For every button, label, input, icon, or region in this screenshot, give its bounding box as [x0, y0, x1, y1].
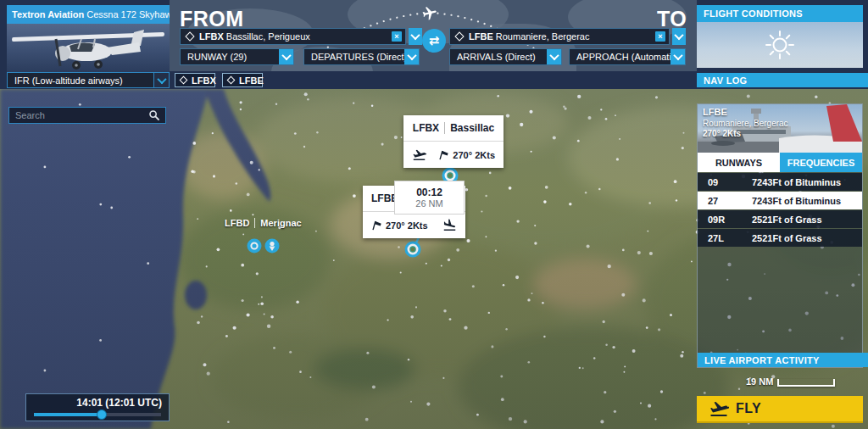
map-lagoon [185, 281, 207, 309]
chevron-down-icon [410, 31, 420, 40]
sun-icon [763, 28, 797, 62]
eta-distance: 26 NM [415, 198, 442, 209]
from-airport-input[interactable]: LFBX Bassillac, Perigueux × [180, 28, 406, 45]
from-airport-name: Bassillac, Perigueux [226, 31, 310, 42]
tab-runways[interactable]: RUNWAYS [698, 153, 780, 172]
aircraft-image [7, 24, 170, 72]
airport-marker-lfbd[interactable] [248, 239, 262, 254]
runway-row-09[interactable]: 09 7243Ft of Bituminus [698, 173, 862, 191]
aircraft-brand: Textron Aviation [12, 9, 84, 20]
runway-id: 27L [698, 233, 752, 243]
chevron-down-icon [279, 49, 293, 64]
landing-plane-icon [442, 218, 457, 232]
top-bar: Textron Aviation Cessna 172 Skyhawk (… F… [0, 0, 868, 89]
departure-plane-icon [412, 148, 426, 162]
to-airport-code: LFBE [469, 31, 493, 42]
airport-photo: LFBE Roumaniere, Bergerac 270° 2Kts [698, 104, 862, 153]
time-slider-handle[interactable] [97, 410, 107, 420]
scale-bracket [777, 379, 835, 387]
to-airport-name: Roumaniere, Bergerac [496, 31, 590, 42]
lfbd-code: LFBD [225, 218, 249, 228]
divider [254, 218, 255, 228]
runway-surface: 7243Ft of Bituminus [752, 177, 841, 187]
time-label: 14:01 (12:01 UTC) [26, 394, 169, 409]
to-airport-dropdown-button[interactable] [672, 28, 686, 45]
panel-airport-name: Roumaniere, Bergerac [703, 119, 788, 130]
runway-id: 27 [698, 196, 752, 206]
to-airport-input[interactable]: LFBE Roumaniere, Bergerac × [449, 28, 670, 45]
approach-dropdown[interactable]: APPROACH (Automatic) [569, 48, 686, 65]
tab-frequencies[interactable]: FREQUENCIES [780, 153, 862, 172]
goto-lfbe-button[interactable]: LFBE [222, 73, 263, 87]
runway-list: 09 7243Ft of Bituminus 27 7243Ft of Bitu… [698, 173, 862, 247]
to-clear-button[interactable]: × [655, 31, 665, 42]
divider [444, 122, 445, 134]
from-airport-card: LFBX Bassillac 270° 2Kts [403, 115, 504, 168]
airport-diamond-icon [227, 76, 236, 85]
goto-lfbx-button[interactable]: LFBX [175, 73, 215, 87]
airport-diamond-icon [454, 31, 464, 41]
card-wind-value: 270° 2Kts [453, 150, 495, 160]
airport-diamond-icon [180, 76, 188, 85]
fly-plane-icon [709, 398, 729, 419]
fly-label: FLY [736, 401, 761, 416]
to-airport-value: LFBE Roumaniere, Bergerac [469, 31, 655, 42]
runway-row-27l[interactable]: 27L 2521Ft of Grass [698, 229, 862, 247]
route-type-value: IFR (Low-altitude airways) [8, 75, 153, 86]
flight-conditions-title: FLIGHT CONDITIONS [697, 5, 863, 22]
poi-pin-marker[interactable] [265, 239, 280, 254]
airport-marker-lfbe[interactable] [406, 242, 420, 256]
eta-time: 00:12 [416, 187, 442, 198]
aircraft-title: Textron Aviation Cessna 172 Skyhawk (… [7, 5, 170, 24]
windsock-icon [371, 220, 382, 231]
from-clear-button[interactable]: × [392, 31, 402, 42]
live-airport-activity-button[interactable]: LIVE AIRPORT ACTIVITY [698, 353, 868, 367]
search-input[interactable] [9, 109, 148, 121]
card-airport-code: LFBX [413, 122, 439, 134]
airport-panel-tabs: RUNWAYS FREQUENCIES [698, 153, 862, 172]
goto-lfbe-label: LFBE [239, 75, 264, 86]
fly-button[interactable]: FLY [697, 396, 863, 423]
airport-diamond-icon [185, 31, 194, 41]
arrivals-dropdown[interactable]: ARRIVALS (Direct) [449, 48, 562, 65]
runway-surface: 2521Ft of Grass [752, 214, 822, 225]
chevron-down-icon [153, 73, 169, 87]
nav-log-button[interactable]: NAV LOG [697, 73, 868, 87]
flight-conditions-panel[interactable]: FLIGHT CONDITIONS [697, 5, 863, 68]
approach-value: APPROACH (Automatic) [570, 52, 670, 62]
chevron-down-icon [404, 49, 419, 64]
goto-lfbx-label: LFBX [192, 75, 216, 86]
eta-box: 00:12 26 NM [394, 181, 465, 214]
panel-airport-code: LFBE [703, 107, 788, 119]
to-airport-card: LFBE 00:12 26 NM 270° 2Kts [363, 186, 465, 238]
runway-row-09r[interactable]: 09R 2521Ft of Grass [698, 210, 862, 228]
airport-info-panel: LFBE Roumaniere, Bergerac 270° 2Kts RUNW… [697, 103, 863, 368]
runway-row-27[interactable]: 27 7243Ft of Bituminus [698, 192, 862, 209]
search-box [8, 107, 166, 124]
route-type-dropdown[interactable]: IFR (Low-altitude airways) [7, 72, 170, 88]
aircraft-selector[interactable]: Textron Aviation Cessna 172 Skyhawk (… [7, 5, 170, 72]
time-slider-fill [34, 413, 102, 416]
runway-surface: 7243Ft of Bituminus [752, 196, 841, 206]
lfbd-airport-label[interactable]: LFBD Merignac [225, 218, 302, 228]
time-of-day-slider: 14:01 (12:01 UTC) [25, 393, 170, 421]
runway-value: RUNWAY (29) [181, 52, 279, 62]
chevron-down-icon [674, 31, 683, 40]
runway-dropdown[interactable]: RUNWAY (29) [180, 48, 294, 65]
lfbd-name: Merignac [260, 218, 301, 228]
time-slider-track[interactable] [34, 413, 161, 416]
panel-airport-wind: 270° 2Kts [703, 129, 788, 140]
from-airport-value: LFBX Bassillac, Perigueux [199, 31, 392, 42]
departures-dropdown[interactable]: DEPARTURES (Direct) [303, 48, 420, 65]
scale-value: 19 NM [746, 376, 773, 387]
from-airport-dropdown-button[interactable] [409, 28, 422, 45]
aircraft-model: Cessna 172 Skyhawk (… [86, 9, 170, 20]
swap-from-to-button[interactable]: ⇄ [422, 29, 446, 53]
runway-id: 09 [698, 177, 752, 187]
runway-id: 09R [698, 214, 752, 225]
windsock-icon [438, 149, 449, 160]
chevron-down-icon [547, 49, 561, 64]
search-icon [148, 109, 160, 121]
arrivals-value: ARRIVALS (Direct) [450, 52, 547, 62]
card-airport-name: Bassillac [450, 122, 494, 134]
